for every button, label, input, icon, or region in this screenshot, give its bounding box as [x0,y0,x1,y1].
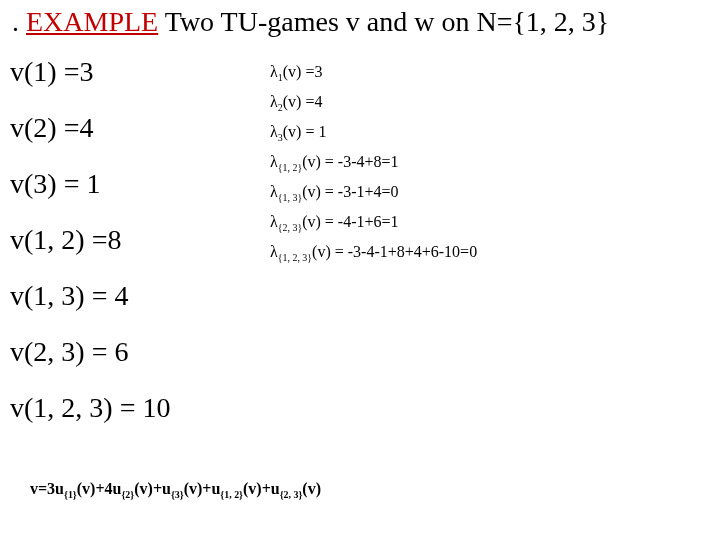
v123: v(1, 2, 3) = 10 [10,394,170,422]
lambda-12: λ{1, 2}(v) = -3-4+8=1 [270,154,477,170]
title-dot: . [12,6,26,37]
coalition-values: v(1) =3 v(2) =4 v(3) = 1 v(1, 2) =8 v(1,… [10,58,170,450]
harsanyi-dividends: λ1(v) =3 λ2(v) =4 λ3(v) = 1 λ{1, 2}(v) =… [270,64,477,274]
lambda-123: λ{1, 2, 3}(v) = -3-4-1+8+4+6-10=0 [270,244,477,260]
lambda-2: λ2(v) =4 [270,94,477,110]
v12: v(1, 2) =8 [10,226,170,254]
lambda-1: λ1(v) =3 [270,64,477,80]
v13: v(1, 3) = 4 [10,282,170,310]
v2: v(2) =4 [10,114,170,142]
v1: v(1) =3 [10,58,170,86]
title-rest: Two TU-games v and w on N={1, 2, 3} [158,6,609,37]
lambda-3: λ3(v) = 1 [270,124,477,140]
v3: v(3) = 1 [10,170,170,198]
v23: v(2, 3) = 6 [10,338,170,366]
lambda-13: λ{1, 3}(v) = -3-1+4=0 [270,184,477,200]
unanimity-decomposition: v=3u{1}(v)+4u{2}(v)+u{3}(v)+u{1, 2}(v)+u… [30,480,321,498]
lambda-23: λ{2, 3}(v) = -4-1+6=1 [270,214,477,230]
title-example: EXAMPLE [26,6,158,37]
slide-title: . EXAMPLE Two TU-games v and w on N={1, … [12,6,609,38]
